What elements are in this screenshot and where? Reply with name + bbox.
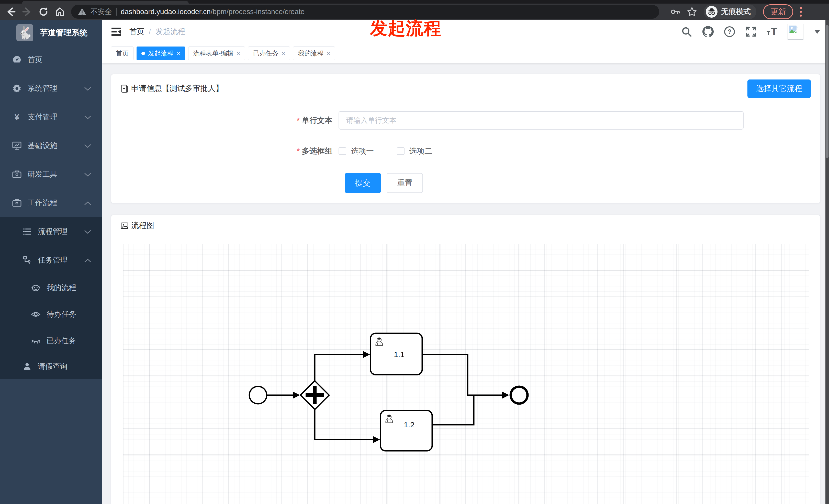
back-icon[interactable] [6,7,16,17]
gear-icon [12,83,22,93]
end-event-node[interactable] [511,387,528,403]
sidebar-item-label: 研发工具 [28,169,57,180]
sidebar-item-label: 支付管理 [28,112,57,122]
url-bar[interactable]: 不安全 dashboard.yudao.iocoder.cn/bpm/proce… [71,5,659,18]
sidebar-item-leave-query[interactable]: 请假查询 [0,354,102,379]
tab-done-tasks[interactable]: 已办任务× [248,46,290,60]
fullscreen-icon[interactable] [745,26,757,38]
eye-off-icon [31,336,41,346]
font-size-icon[interactable]: тT [767,26,778,38]
choose-other-process-button[interactable]: 选择其它流程 [748,79,811,98]
sidebar-item-my-process[interactable]: 我的流程 [0,274,102,301]
close-icon[interactable]: × [177,50,180,56]
image-icon [120,222,129,230]
page-scrollbar[interactable] [825,20,829,504]
checkbox-label: 选项二 [409,146,432,156]
sequence-flow [432,395,474,425]
url-divider [116,8,117,15]
single-line-text-input[interactable] [338,111,744,129]
search-icon[interactable] [681,26,692,38]
submit-button[interactable]: 提交 [345,173,381,193]
tab-label: 发起流程 [148,49,174,57]
caret-down-icon[interactable] [814,30,820,34]
tab-home[interactable]: 首页 [111,46,134,60]
checkbox-icon[interactable] [397,147,404,155]
sidebar-item-label: 流程管理 [38,226,68,237]
field-label: *单行文本 [111,115,338,126]
url-domain: dashboard.yudao.iocoder.cn [121,8,211,15]
browser-menu-icon[interactable] [800,7,802,16]
close-icon[interactable]: × [327,50,330,56]
sidebar-item-label: 首页 [28,55,42,65]
forward-icon[interactable] [22,7,32,17]
flow-icon [22,255,32,265]
close-icon[interactable]: × [237,50,240,56]
sidebar-item-workflow[interactable]: 工作流程 [0,189,102,217]
sequence-flow [315,354,363,381]
app-header: 首页 / 发起流程 ? тT [102,20,829,43]
reset-button[interactable]: 重置 [387,173,423,193]
app-logo-row[interactable]: 🐇 芋道管理系统 [0,20,102,45]
update-button[interactable]: 更新 [763,4,793,19]
start-event-node[interactable] [249,386,267,404]
avatar[interactable] [788,24,803,40]
breadcrumb-home[interactable]: 首页 [130,27,144,37]
apply-info-card: 申请信息【测试多审批人】 选择其它流程 *单行文本 *多选框组 选项一 选项二 … [111,74,820,203]
chevron-up-icon [84,256,91,265]
sidebar-item-process-mgmt[interactable]: 流程管理 [0,217,102,246]
sidebar-item-todo-tasks[interactable]: 待办任务 [0,301,102,328]
sidebar: 🐇 芋道管理系统 首页 系统管理 ¥ 支付管理 基础设施 研发工具 [0,20,102,504]
tab-label: 我的流程 [298,49,323,57]
checkbox-icon[interactable] [338,147,346,155]
sidebar-collapse-icon[interactable] [111,27,121,37]
toolbox-icon [12,169,22,180]
tab-process-form-edit[interactable]: 流程表单-编辑× [188,46,245,60]
toolbox-icon [12,198,22,208]
required-mark: * [297,116,300,124]
sidebar-item-label: 任务管理 [38,255,68,265]
security-label: 不安全 [91,7,112,16]
robot-icon [31,283,41,293]
scrollbar-thumb[interactable] [826,25,828,158]
sidebar-item-task-mgmt[interactable]: 任务管理 [0,246,102,274]
reload-icon[interactable] [38,7,48,17]
sidebar-item-infra[interactable]: 基础设施 [0,131,102,160]
arrowhead-icon [373,436,380,443]
card-title: 流程图 [131,220,154,231]
monitor-icon [12,141,22,151]
sequence-flow [422,354,502,395]
card-title: 申请信息【测试多审批人】 [131,83,223,94]
not-secure-icon [78,7,86,16]
list-icon [22,226,32,237]
sidebar-item-label: 工作流程 [28,198,57,208]
form-actions: 提交 重置 [111,173,820,193]
main-content: 申请信息【测试多审批人】 选择其它流程 *单行文本 *多选框组 选项一 选项二 … [102,64,829,504]
breadcrumb: 首页 / 发起流程 [130,27,185,37]
incognito-icon [706,6,718,17]
sidebar-item-pay[interactable]: ¥ 支付管理 [0,103,102,131]
apply-info-header: 申请信息【测试多审批人】 选择其它流程 [111,74,820,103]
sidebar-item-home[interactable]: 首页 [0,45,102,74]
close-icon[interactable]: × [282,50,285,56]
sidebar-item-label: 已办任务 [46,336,76,346]
arrowhead-icon [502,392,509,399]
sidebar-item-done-tasks[interactable]: 已办任务 [0,328,102,354]
home-icon[interactable] [55,7,65,17]
tab-my-process[interactable]: 我的流程× [293,46,335,60]
checkbox-option-2[interactable]: 选项二 [397,146,432,156]
tab-start-process[interactable]: 发起流程× [137,46,185,60]
tab-label: 已办任务 [253,49,279,57]
sidebar-item-label: 待办任务 [46,309,76,319]
key-icon[interactable] [670,7,680,17]
sidebar-item-system[interactable]: 系统管理 [0,74,102,103]
bookmark-star-icon[interactable] [687,7,697,17]
tab-label: 首页 [116,49,129,57]
task-label: 1.2 [404,420,414,429]
sidebar-item-devtools[interactable]: 研发工具 [0,160,102,189]
dashboard-icon [12,55,22,65]
bpmn-canvas[interactable]: 1.1 1.2 [123,244,809,504]
app-title: 芋道管理系统 [40,27,87,38]
github-icon[interactable] [702,26,714,38]
help-icon[interactable]: ? [724,26,735,38]
checkbox-option-1[interactable]: 选项一 [338,146,374,156]
